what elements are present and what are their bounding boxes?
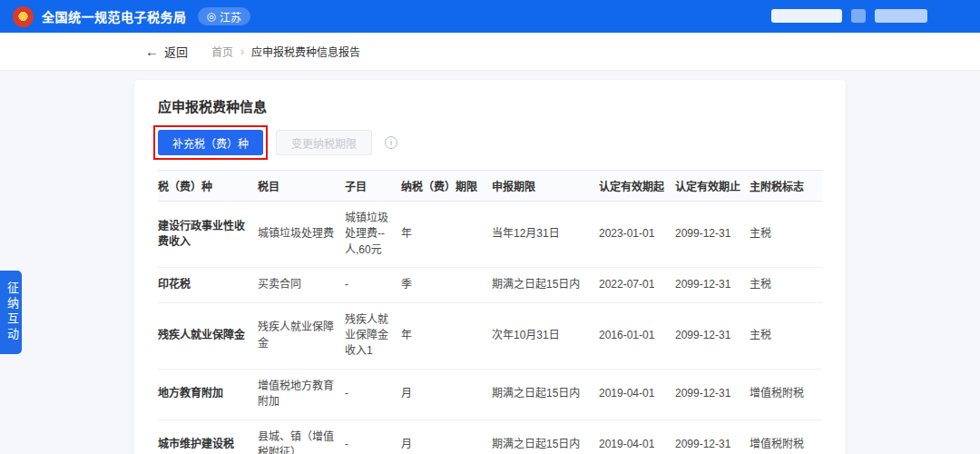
breadcrumb-separator-icon: › [240,45,244,58]
table-cell: 地方教育附加 [158,369,258,419]
table-row: 建设行政事业性收费收入城镇垃圾处理费城镇垃圾处理费--人,60元年当年12月31… [158,202,822,268]
table-cell: 主税 [750,202,822,268]
table-header-cell: 子目 [345,171,401,202]
table-header-cell: 纳税（费）期限 [401,171,492,202]
toolbar: 补充税（费）种 变更纳税期限 i [158,130,822,155]
table-cell: 城市维护建设税 [158,419,258,454]
tax-table-body: 建设行政事业性收费收入城镇垃圾处理费城镇垃圾处理费--人,60元年当年12月31… [158,202,822,454]
table-row: 地方教育附加增值税地方教育附加-月期满之日起15日内2019-04-012099… [158,369,822,419]
redacted-block [875,9,927,23]
region-icon: ◎ [207,10,216,23]
table-header-cell: 认定有效期止 [675,171,750,202]
tax-bureau-logo-icon: ★ [13,6,34,27]
table-cell: 残疾人就业保障金收入1 [345,302,401,369]
table-row: 城市维护建设税县城、镇（增值税附征）-月期满之日起15日内2019-04-012… [158,419,822,454]
change-deadline-button: 变更纳税期限 [276,130,372,155]
back-button[interactable]: ← 返回 [145,43,188,60]
table-row: 残疾人就业保障金残疾人就业保障金残疾人就业保障金收入1年次年10月31日2016… [158,302,822,369]
table-cell: 2099-12-31 [675,302,750,369]
table-cell: 残疾人就业保障金 [158,302,258,369]
back-arrow-icon: ← [145,44,159,59]
table-header-cell: 税（费）种 [158,171,258,202]
tax-table-head-row: 税（费）种税目子目纳税（费）期限申报期限认定有效期起认定有效期止主附税标志 [158,171,822,202]
table-cell: 期满之日起15日内 [492,419,599,454]
breadcrumb-home[interactable]: 首页 [211,44,233,59]
table-cell: 2099-12-31 [675,202,750,268]
table-header-cell: 申报期限 [492,171,599,202]
tax-table: 税（费）种税目子目纳税（费）期限申报期限认定有效期起认定有效期止主附税标志 建设… [158,170,822,454]
supplement-tax-button[interactable]: 补充税（费）种 [158,130,263,155]
table-cell: 季 [401,268,492,302]
table-cell: 增值税地方教育附加 [258,369,345,419]
table-cell: 2023-01-01 [599,202,675,268]
table-cell: 残疾人就业保障金 [258,302,345,369]
table-cell: 期满之日起15日内 [492,369,599,419]
table-cell: 主税 [750,268,822,302]
interaction-side-tab[interactable]: 征纳互动 [0,271,22,354]
site-title: 全国统一规范电子税务局 [42,7,187,25]
user-info-redacted [771,9,927,23]
table-cell: 增值税附税 [750,419,822,454]
table-cell: - [345,369,401,419]
table-cell: 主税 [750,302,822,369]
topbar: ★ 全国统一规范电子税务局 ◎ 江苏 [0,0,980,33]
table-cell: 建设行政事业性收费收入 [158,202,258,268]
breadcrumb-current: 应申报税费种信息报告 [251,44,360,59]
table-cell: 2099-12-31 [675,419,750,454]
breadcrumb: 首页 › 应申报税费种信息报告 [211,44,360,59]
back-label: 返回 [164,43,188,60]
table-cell: 年 [401,202,492,268]
table-cell: - [345,419,401,454]
table-cell: 买卖合同 [258,268,345,302]
table-cell: 年 [401,302,492,369]
table-cell: 期满之日起15日内 [492,268,599,302]
table-cell: 增值税附税 [750,369,822,419]
redacted-block [851,9,866,23]
table-cell: 2099-12-31 [675,268,750,302]
table-cell: 2016-01-01 [599,302,675,369]
table-cell: 次年10月31日 [492,302,599,369]
table-row: 印花税买卖合同-季期满之日起15日内2022-07-012099-12-31主税 [158,268,822,302]
breadcrumb-bar: ← 返回 首页 › 应申报税费种信息报告 [0,33,980,71]
table-cell: 月 [401,369,492,419]
table-cell: 当年12月31日 [492,202,599,268]
table-header-cell: 主附税标志 [750,171,822,202]
region-badge[interactable]: ◎ 江苏 [198,7,251,25]
table-cell: 2019-04-01 [599,419,675,454]
region-label: 江苏 [220,9,241,25]
page-title: 应申报税费种信息 [158,96,822,115]
table-cell: - [345,268,401,302]
redacted-block [771,9,842,23]
table-cell: 月 [401,419,492,454]
table-header-cell: 认定有效期起 [599,171,675,202]
table-cell: 2022-07-01 [599,268,675,302]
table-cell: 印花税 [158,268,258,302]
table-cell: 2099-12-31 [675,369,750,419]
table-cell: 2019-04-01 [599,369,675,419]
table-cell: 城镇垃圾处理费 [258,202,345,268]
table-cell: 县城、镇（增值税附征） [258,419,345,454]
main-card: 应申报税费种信息 补充税（费）种 变更纳税期限 i 税（费）种税目子目纳税（费）… [134,80,846,454]
table-cell: 城镇垃圾处理费--人,60元 [345,202,401,268]
info-icon[interactable]: i [385,136,397,149]
table-header-cell: 税目 [258,171,345,202]
